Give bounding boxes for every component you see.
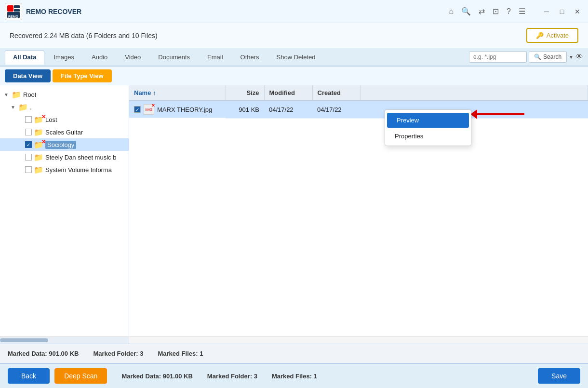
help-icon[interactable]: ?	[507, 7, 511, 16]
col-size[interactable]: Size	[226, 85, 264, 101]
tab-documents[interactable]: Documents	[150, 50, 198, 64]
data-view-button[interactable]: Data View	[5, 69, 51, 82]
tree-scrollbar-thumb	[0, 338, 48, 342]
title-bar: REMO REMO RECOVER ⌂ 🔍 ⇄ ⊡ ? ☰ ─ □ ✕	[0, 0, 588, 23]
marked-folder-item: Marked Folder: 3	[93, 350, 143, 357]
app-name: REMO RECOVER	[26, 8, 81, 15]
col-modified[interactable]: Modified	[264, 85, 312, 101]
checkbox-steely[interactable]	[25, 154, 32, 161]
tree-label-scales: Scales Guitar	[45, 129, 83, 136]
marked-data-item: Marked Data: 901.00 KB	[8, 350, 79, 357]
bottom-bar: Back Deep Scan Marked Data: 901.00 KB Ma…	[0, 363, 588, 388]
right-panel: Name ↑ Size Modified Created	[129, 85, 588, 336]
folder-icon-root: 📁	[12, 90, 21, 99]
checkbox-sociology[interactable]: ✓	[25, 141, 32, 148]
tab-email[interactable]: Email	[199, 50, 231, 64]
tree-item-lost[interactable]: 📁 ✕ Lost	[0, 113, 129, 126]
tree-label-sociology: Sociology	[45, 141, 76, 149]
tab-show-deleted[interactable]: Show Deleted	[268, 50, 324, 64]
svg-text:REMO: REMO	[8, 15, 19, 18]
tree-label-system: System Volume Informa	[45, 166, 112, 174]
title-bar-left: REMO REMO RECOVER	[5, 3, 81, 20]
tree-label-dot: .	[30, 104, 32, 111]
context-menu-properties[interactable]: Properties	[385, 129, 471, 144]
tree-scrollbar[interactable]	[0, 337, 129, 344]
search-btn-icon: 🔍	[534, 54, 541, 60]
file-checkbox[interactable]: ✓	[134, 106, 141, 113]
menu-icon[interactable]: ☰	[519, 7, 525, 16]
x-overlay-lost: ✕	[41, 114, 46, 120]
window-controls: ─ □ ✕	[541, 6, 583, 17]
file-thumbnail: IMG ✕	[144, 104, 154, 115]
folder-icon-steely: 📁	[34, 153, 43, 162]
tab-images[interactable]: Images	[45, 50, 82, 64]
checkbox-lost[interactable]	[25, 116, 32, 123]
save-button[interactable]: Save	[538, 368, 580, 384]
search-button[interactable]: 🔍 Search	[529, 51, 567, 63]
search-icon[interactable]: 🔍	[461, 7, 471, 16]
context-menu-preview[interactable]: Preview	[387, 113, 469, 128]
bottom-marked-data: Marked Data: 901.00 KB	[121, 373, 192, 380]
bottom-status-items: Marked Data: 901.00 KB Marked Folder: 3 …	[121, 373, 533, 380]
checkbox-system[interactable]	[25, 166, 32, 173]
deep-scan-button[interactable]: Deep Scan	[54, 368, 107, 384]
recovered-text: Recovered 2.24 MB data (6 Folders and 10…	[10, 32, 158, 40]
tree-item-root[interactable]: ▼ 📁 Root	[0, 88, 129, 101]
checkbox-scales[interactable]	[25, 129, 32, 135]
back-button[interactable]: Back	[8, 368, 50, 384]
tab-video[interactable]: Video	[117, 50, 149, 64]
eye-icon[interactable]: 👁	[575, 53, 583, 61]
thumb-x-icon: ✕	[151, 103, 155, 108]
col-extra	[361, 85, 588, 101]
tree-arrow-dot: ▼	[10, 105, 16, 110]
col-created[interactable]: Created	[312, 85, 361, 101]
tab-audio[interactable]: Audio	[83, 50, 116, 64]
view-switcher: Data View File Type View	[0, 67, 588, 85]
folder-icon-dot: 📁	[18, 103, 28, 112]
tab-bar: All Data Images Audio Video Documents Em…	[0, 48, 588, 67]
tree-arrow-root: ▼	[3, 92, 10, 97]
col-name[interactable]: Name ↑	[129, 85, 226, 101]
status-bar: Marked Data: 901.00 KB Marked Folder: 3 …	[0, 344, 588, 363]
tree-item-system[interactable]: 📁 System Volume Informa	[0, 163, 129, 176]
file-name-cell: ✓ IMG ✕ MARX THEORY.jpg	[129, 101, 226, 118]
tree-label-lost: Lost	[45, 116, 57, 123]
file-modified-cell: 04/17/22	[264, 101, 312, 118]
table-row[interactable]: ✓ IMG ✕ MARX THEORY.jpg 901 KB 04/17/22	[129, 101, 588, 118]
context-menu: Preview Properties	[385, 109, 471, 146]
share-icon[interactable]: ⇄	[479, 7, 485, 16]
folder-wrap-sociology: 📁 ✕	[34, 140, 43, 149]
svg-rect-0	[7, 5, 13, 12]
home-icon[interactable]: ⌂	[449, 7, 454, 16]
x-overlay-sociology: ✕	[41, 139, 46, 145]
minimize-button[interactable]: ─	[541, 6, 552, 17]
bookmark-icon[interactable]: ⊡	[493, 7, 499, 16]
search-dropdown-arrow[interactable]: ▼	[569, 54, 574, 60]
maximize-button[interactable]: □	[556, 6, 568, 17]
table-header-row: Name ↑ Size Modified Created	[129, 85, 588, 101]
marked-files-item: Marked Files: 1	[158, 350, 203, 357]
scrollbar-area	[0, 336, 588, 344]
bottom-marked-folder: Marked Folder: 3	[207, 373, 257, 380]
folder-wrap-lost: 📁 ✕	[34, 115, 43, 124]
tree-item-steely[interactable]: 📁 Steely Dan sheet music b	[0, 151, 129, 163]
activate-button[interactable]: 🔑 Activate	[526, 28, 578, 43]
header-area: Recovered 2.24 MB data (6 Folders and 10…	[0, 23, 588, 48]
close-button[interactable]: ✕	[572, 6, 583, 17]
search-input[interactable]	[469, 51, 527, 63]
tree-panel: ▼ 📁 Root ▼ 📁 . 📁 ✕ Lost	[0, 85, 129, 336]
folder-icon-scales: 📁	[34, 128, 43, 137]
tree-item-scales[interactable]: 📁 Scales Guitar	[0, 126, 129, 138]
tree-item-sociology[interactable]: ✓ 📁 ✕ Sociology	[0, 138, 129, 151]
key-icon: 🔑	[536, 32, 544, 39]
bottom-marked-files: Marked Files: 1	[272, 373, 317, 380]
title-bar-controls: ⌂ 🔍 ⇄ ⊡ ? ☰ ─ □ ✕	[449, 6, 583, 17]
tree-item-dot[interactable]: ▼ 📁 .	[0, 101, 129, 113]
tab-others[interactable]: Others	[232, 50, 267, 64]
file-type-view-button[interactable]: File Type View	[53, 69, 111, 82]
tab-all-data[interactable]: All Data	[5, 50, 44, 65]
file-size-cell: 901 KB	[226, 101, 264, 118]
main-content: ▼ 📁 Root ▼ 📁 . 📁 ✕ Lost	[0, 85, 588, 336]
file-created-cell: 04/17/22	[312, 101, 361, 118]
tree-label-root: Root	[23, 91, 36, 98]
